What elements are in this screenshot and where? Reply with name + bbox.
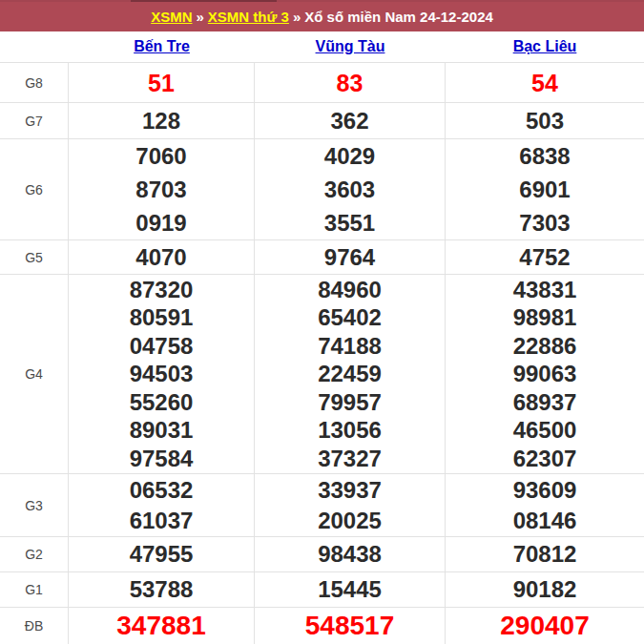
table-row-g7: G7 128 362 503 bbox=[0, 103, 644, 139]
prize-label: G7 bbox=[0, 103, 69, 138]
column-header-ben-tre: Bến Tre bbox=[69, 38, 255, 55]
prize-number: 128 bbox=[142, 107, 180, 135]
prize-number: 362 bbox=[330, 107, 368, 135]
prize-number: 6901 bbox=[519, 173, 570, 206]
prize-number: 93609 bbox=[513, 475, 577, 506]
prize-cell: 90182 bbox=[446, 572, 644, 607]
prize-number: 22886 bbox=[513, 332, 577, 361]
prize-number: 3603 bbox=[324, 173, 375, 206]
prize-number: 347881 bbox=[116, 612, 205, 640]
prize-cell: 93609 08146 bbox=[446, 474, 644, 536]
province-link-vung-tau[interactable]: Vũng Tàu bbox=[316, 38, 385, 54]
prize-cell: 6838 6901 7303 bbox=[446, 139, 644, 239]
breadcrumb-link-xsmn[interactable]: XSMN bbox=[151, 9, 192, 25]
prize-number: 97584 bbox=[130, 445, 194, 473]
prize-number: 55260 bbox=[130, 388, 194, 417]
prize-cell: 4070 bbox=[69, 240, 255, 274]
prize-label: G1 bbox=[0, 572, 69, 607]
table-row-db: ĐB 347881 548517 290407 bbox=[0, 608, 644, 644]
prize-cell: 54 bbox=[446, 63, 644, 102]
prize-cell: 98438 bbox=[255, 537, 446, 571]
prize-label: G8 bbox=[0, 63, 69, 102]
prize-number: 6838 bbox=[519, 139, 570, 173]
prize-number: 290407 bbox=[500, 612, 589, 640]
prize-number: 3551 bbox=[324, 206, 375, 239]
prize-number: 65402 bbox=[318, 303, 382, 332]
prize-cell: 33937 20025 bbox=[255, 474, 446, 536]
prize-number: 9764 bbox=[324, 243, 375, 272]
prize-number: 70812 bbox=[513, 540, 577, 569]
prize-cell: 06532 61037 bbox=[69, 474, 255, 536]
page-title: Xổ số miền Nam 24-12-2024 bbox=[304, 9, 493, 25]
prize-number: 89031 bbox=[130, 416, 194, 445]
prize-number: 83 bbox=[337, 69, 364, 97]
table-row-g2: G2 47955 98438 70812 bbox=[0, 537, 644, 572]
prize-cell: 9764 bbox=[255, 240, 446, 274]
prize-number: 15445 bbox=[318, 575, 382, 604]
prize-cell: 347881 bbox=[69, 608, 255, 644]
prize-number: 43831 bbox=[513, 276, 577, 304]
column-header-vung-tau: Vũng Tàu bbox=[255, 38, 446, 55]
prize-number: 54 bbox=[531, 69, 558, 97]
prize-number: 13056 bbox=[318, 416, 382, 445]
prize-label: G4 bbox=[0, 275, 69, 473]
prize-number: 74188 bbox=[318, 332, 382, 361]
prize-number: 84960 bbox=[318, 276, 382, 304]
prize-number: 0919 bbox=[135, 206, 186, 239]
prize-number: 20025 bbox=[318, 506, 382, 536]
prize-number: 06532 bbox=[130, 475, 194, 506]
prize-cell: 15445 bbox=[255, 572, 446, 607]
prize-number: 22459 bbox=[318, 360, 382, 388]
prize-number: 7303 bbox=[519, 206, 570, 239]
prize-label: G3 bbox=[0, 474, 69, 536]
breadcrumb-link-xsmn-day[interactable]: XSMN thứ 3 bbox=[208, 9, 289, 25]
prize-label: G2 bbox=[0, 537, 69, 571]
prize-label: G5 bbox=[0, 240, 69, 274]
prize-label: G6 bbox=[0, 139, 69, 239]
prize-number: 61037 bbox=[130, 506, 194, 536]
prize-number: 37327 bbox=[318, 445, 382, 473]
prize-number: 99063 bbox=[513, 360, 577, 388]
prize-number: 68937 bbox=[513, 388, 577, 417]
prize-number: 90182 bbox=[513, 575, 577, 604]
table-row-g1: G1 53788 15445 90182 bbox=[0, 572, 644, 608]
prize-number: 4029 bbox=[324, 139, 375, 173]
table-row-g4: G4 87320 80591 04758 94503 55260 89031 9… bbox=[0, 275, 644, 474]
prize-cell: 47955 bbox=[69, 537, 255, 571]
province-link-ben-tre[interactable]: Bến Tre bbox=[134, 38, 190, 54]
table-row-g6: G6 7060 8703 0919 4029 3603 3551 6838 69… bbox=[0, 139, 644, 240]
table-row-g8: G8 51 83 54 bbox=[0, 63, 644, 103]
prize-number: 98438 bbox=[318, 540, 382, 569]
prize-cell: 362 bbox=[255, 103, 446, 138]
prize-number: 79957 bbox=[318, 388, 382, 417]
column-header-bac-lieu: Bạc Liêu bbox=[446, 38, 644, 55]
prize-number: 8703 bbox=[135, 173, 186, 206]
prize-number: 94503 bbox=[130, 360, 194, 388]
prize-number: 4070 bbox=[135, 243, 186, 272]
prize-cell: 70812 bbox=[446, 537, 644, 571]
prize-cell: 43831 98981 22886 99063 68937 46500 6230… bbox=[446, 275, 644, 473]
breadcrumb: XSMN»XSMN thứ 3»Xổ số miền Nam 24-12-202… bbox=[151, 9, 493, 25]
prize-cell: 290407 bbox=[446, 608, 644, 644]
prize-cell: 83 bbox=[255, 63, 446, 102]
prize-number: 7060 bbox=[135, 139, 186, 173]
table-row-g3: G3 06532 61037 33937 20025 93609 08146 bbox=[0, 474, 644, 537]
prize-cell: 128 bbox=[69, 103, 255, 138]
prize-cell: 53788 bbox=[69, 572, 255, 607]
prize-number: 62307 bbox=[513, 445, 577, 473]
prize-number: 04758 bbox=[130, 332, 194, 361]
breadcrumb-separator: » bbox=[289, 9, 304, 25]
topbar-edge-segment bbox=[131, 0, 277, 2]
prize-number: 08146 bbox=[513, 506, 577, 536]
prize-cell: 7060 8703 0919 bbox=[69, 139, 255, 239]
prize-number: 4752 bbox=[519, 243, 570, 272]
province-link-bac-lieu[interactable]: Bạc Liêu bbox=[513, 38, 577, 54]
prize-number: 87320 bbox=[130, 276, 194, 304]
prize-number: 548517 bbox=[305, 612, 394, 640]
prize-cell: 4752 bbox=[446, 240, 644, 274]
breadcrumb-separator: » bbox=[193, 9, 208, 25]
prize-cell: 87320 80591 04758 94503 55260 89031 9758… bbox=[69, 275, 255, 473]
prize-label: ĐB bbox=[0, 608, 69, 644]
table-row-g5: G5 4070 9764 4752 bbox=[0, 240, 644, 275]
prize-cell: 4029 3603 3551 bbox=[255, 139, 446, 239]
